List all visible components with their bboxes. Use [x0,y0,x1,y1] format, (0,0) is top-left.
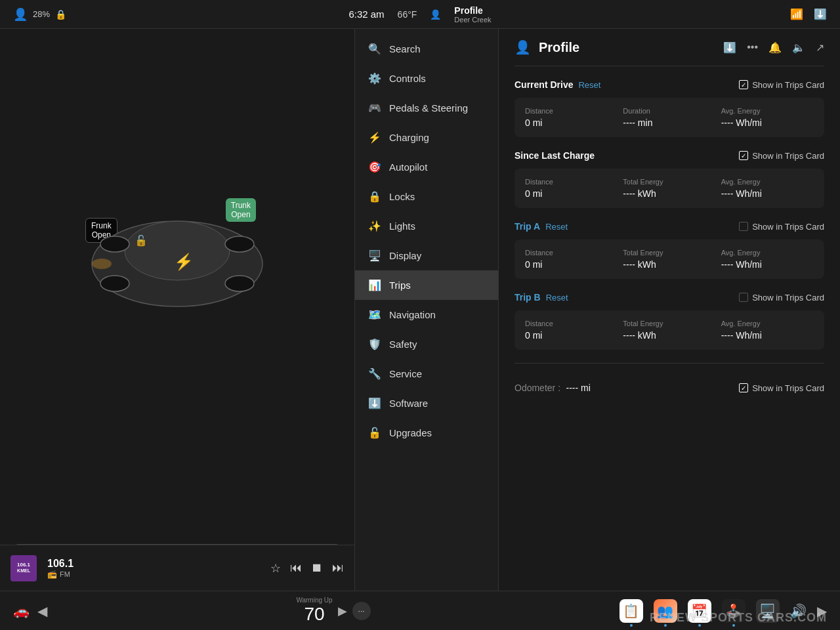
taskbar-left: 🚗 ◀ [13,603,47,619]
lock-menu-icon: 🔒 [368,190,381,203]
current-time: 6:32 am [348,9,384,20]
current-drive-reset[interactable]: Reset [578,80,600,90]
radio-frequency: 106.1 [47,558,260,570]
main-content: Frunk Open Trunk Open [0,29,840,591]
trip-b-grid: Distance 0 mi Total Energy ---- kWh Avg.… [514,310,824,350]
svg-point-1 [125,221,230,280]
since-last-charge-header: Since Last Charge Show in Trips Card [514,150,824,161]
chevron-icon[interactable]: ↗ [816,41,824,54]
menu-label-trips: Trips [389,280,411,291]
software-icon: ⬇️ [368,397,381,410]
temp-display: Warming Up 70 [296,597,332,625]
trips-icon: 📊 [368,279,381,291]
menu-item-locks[interactable]: 🔒 Locks [355,182,498,211]
menu-item-lights[interactable]: ✨ Lights [355,211,498,241]
trip-a-checkbox[interactable] [739,222,748,231]
watermark: RENEW SPORTS CARS.COM [650,611,827,625]
menu-item-upgrades[interactable]: 🔓 Upgrades [355,418,498,448]
menu-item-navigation[interactable]: 🗺️ Navigation [355,300,498,329]
radio-logo: 106.1 KMEL [10,555,37,581]
bell-icon[interactable]: 🔔 [768,41,782,54]
since-last-charge-show-trips: Show in Trips Card [739,151,824,161]
car-svg: ⚡ 🔓 [46,178,308,336]
autopilot-icon: 🎯 [368,161,381,173]
trip-a-distance: Distance 0 mi [525,249,618,270]
since-last-charge-checkbox[interactable] [739,151,748,160]
menu-label-search: Search [389,43,421,54]
controls-icon: ⚙️ [368,72,381,85]
battery-indicator: 28% [33,9,50,19]
dots-icon[interactable]: ••• [747,41,758,53]
lock-icon: 🔒 [55,9,66,20]
profile-info[interactable]: Profile Deer Creek [454,5,491,24]
safety-icon: 🛡️ [368,338,381,350]
pedals-icon: 🎮 [368,102,381,114]
trip-a-show-trips: Show in Trips Card [739,222,824,232]
more-button[interactable]: ··· [352,602,371,620]
svg-text:🔓: 🔓 [135,234,148,247]
trip-a-header: Trip A Reset Show in Trips Card [514,221,824,232]
trip-b-avg-energy: Avg. Energy ---- Wh/mi [721,320,814,341]
notes-app-icon[interactable]: 📋 [620,599,643,623]
menu-label-software: Software [389,398,428,409]
prev-arrow[interactable]: ◀ [37,603,47,619]
menu-item-service[interactable]: 🔧 Service [355,359,498,388]
charging-icon: ⚡ [368,131,381,144]
profile-icon-large: 👤 [514,39,531,55]
menu-label-autopilot: Autopilot [389,161,427,173]
car-container: Frunk Open Trunk Open [0,29,354,486]
stop-icon[interactable]: ⏹ [311,561,323,575]
prev-track-icon[interactable]: ⏮ [290,561,302,575]
menu-item-pedals[interactable]: 🎮 Pedals & Steering [355,93,498,123]
status-bar: 👤 28% 🔒 6:32 am 66°F 👤 Profile Deer Cree… [0,0,840,29]
current-drive-show-label: Show in Trips Card [752,80,824,90]
current-drive-distance: Distance 0 mi [525,107,618,128]
since-last-charge-grid: Distance 0 mi Total Energy ---- kWh Avg.… [514,169,824,208]
menu-label-controls: Controls [389,73,426,84]
menu-item-trips[interactable]: 📊 Trips [355,270,498,300]
trip-b-checkbox[interactable] [739,293,748,302]
trip-b-reset[interactable]: Reset [546,293,568,303]
temperature-value: 70 [304,604,324,625]
odometer-checkbox[interactable] [739,383,748,392]
svg-text:⚡: ⚡ [174,252,194,271]
lights-icon: ✨ [368,220,381,232]
favorite-icon[interactable]: ☆ [270,561,281,576]
svg-point-5 [225,236,254,252]
profile-icon-small: 👤 [430,9,441,20]
odometer-row: Odometer : ---- mi Show in Trips Card [514,374,824,402]
odometer-label: Odometer : ---- mi [514,382,591,394]
volume-icon[interactable]: 🔈 [792,41,805,54]
odometer-show-label: Show in Trips Card [752,383,824,393]
menu-label-locks: Locks [389,191,415,202]
trip-a-grid: Distance 0 mi Total Energy ---- kWh Avg.… [514,240,824,279]
menu-item-safety[interactable]: 🛡️ Safety [355,329,498,359]
current-drive-duration: Duration ---- min [623,107,715,128]
warming-up-label: Warming Up [296,597,332,604]
menu-item-autopilot[interactable]: 🎯 Autopilot [355,152,498,182]
trip-a-reset[interactable]: Reset [545,222,568,232]
left-panel: Frunk Open Trunk Open [0,29,354,591]
temp-up-arrow[interactable]: ▶ [338,604,347,618]
since-last-charge-show-label: Show in Trips Card [752,151,824,161]
next-track-icon[interactable]: ⏭ [332,561,344,575]
menu-label-charging: Charging [389,132,429,143]
menu-label-navigation: Navigation [389,309,436,320]
odometer-divider [514,363,824,364]
trip-a-title: Trip A [514,221,540,232]
profile-title: Profile [539,40,715,55]
menu-item-software[interactable]: ⬇️ Software [355,388,498,418]
since-last-charge-title: Since Last Charge [514,150,595,161]
current-drive-checkbox[interactable] [739,80,748,89]
menu-item-controls[interactable]: ⚙️ Controls [355,64,498,93]
download-icon: ⬇️ [814,8,827,20]
navigation-icon: 🗺️ [368,308,381,321]
download-profile-icon[interactable]: ⬇️ [723,41,736,54]
menu-item-charging[interactable]: ⚡ Charging [355,123,498,152]
menu-label-lights: Lights [389,220,415,232]
menu-label-pedals: Pedals & Steering [389,102,468,114]
menu-item-display[interactable]: 🖥️ Display [355,241,498,270]
menu-item-search[interactable]: 🔍 Search [355,34,498,64]
svg-point-3 [225,276,254,291]
car-icon[interactable]: 🚗 [13,603,30,619]
